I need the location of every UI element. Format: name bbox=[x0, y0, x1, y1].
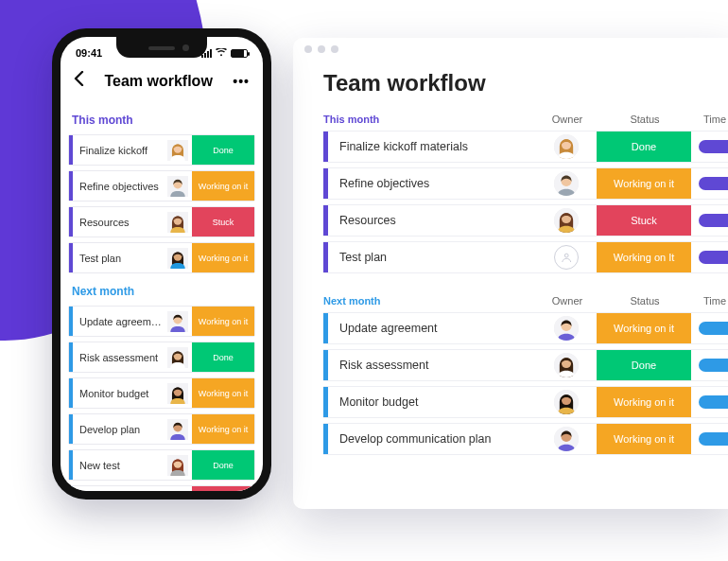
item-label: Develop communication plan bbox=[328, 432, 536, 446]
wifi-icon bbox=[216, 48, 227, 59]
back-icon[interactable] bbox=[74, 71, 84, 91]
status-chip[interactable]: Working on It bbox=[597, 242, 691, 272]
timeline-cell[interactable] bbox=[691, 395, 728, 409]
status-chip[interactable]: Working on it bbox=[597, 168, 691, 199]
battery-icon bbox=[231, 49, 248, 58]
table-row[interactable]: Monitor budgetWorking on it bbox=[323, 386, 728, 418]
window-dot-icon bbox=[331, 45, 338, 53]
item-label: Risk assessment bbox=[328, 359, 536, 372]
owner-cell[interactable] bbox=[536, 171, 597, 196]
table-row[interactable]: Risk assessmentDone bbox=[323, 349, 728, 381]
status-chip[interactable]: Working on it bbox=[192, 243, 254, 272]
item-label: Monitor budget bbox=[73, 388, 164, 399]
owner-avatar[interactable] bbox=[554, 208, 579, 233]
owner-avatar[interactable] bbox=[554, 316, 579, 341]
owner-avatar[interactable] bbox=[554, 390, 579, 414]
table-row[interactable]: Finalize kickoff materialsDone bbox=[323, 131, 728, 163]
owner-cell[interactable] bbox=[536, 390, 597, 414]
status-chip[interactable]: Done bbox=[192, 450, 254, 480]
table-row[interactable]: ResourcesStuck bbox=[323, 204, 728, 237]
section-header[interactable]: Next month bbox=[68, 281, 255, 306]
owner-avatar[interactable] bbox=[167, 347, 188, 368]
item-label: Finalize kickoff materials bbox=[328, 140, 536, 153]
owner-avatar[interactable] bbox=[167, 311, 188, 332]
status-chip[interactable]: Working on it bbox=[597, 424, 691, 454]
timeline-pill bbox=[699, 140, 728, 153]
desktop-window: Team workflow This monthOwnerStatusTimeF… bbox=[293, 38, 728, 509]
owner-avatar[interactable] bbox=[167, 140, 188, 161]
owner-avatar[interactable] bbox=[167, 455, 188, 476]
status-chip[interactable]: Working on it bbox=[597, 313, 691, 343]
owner-avatar[interactable] bbox=[554, 353, 579, 377]
timeline-pill bbox=[699, 322, 728, 335]
timeline-pill bbox=[699, 395, 728, 409]
owner-avatar[interactable] bbox=[167, 212, 188, 233]
list-item[interactable]: Develop planWorking on it bbox=[68, 413, 255, 445]
status-chip[interactable]: Stuck bbox=[192, 486, 254, 491]
list-item[interactable]: Finalize kickoffDone bbox=[68, 134, 255, 166]
status-chip[interactable]: Working on it bbox=[192, 307, 254, 336]
timeline-cell[interactable] bbox=[691, 214, 728, 227]
status-chip[interactable]: Working on it bbox=[192, 414, 254, 444]
more-icon[interactable]: ••• bbox=[233, 74, 250, 89]
owner-cell[interactable] bbox=[536, 134, 597, 159]
timeline-cell[interactable] bbox=[691, 432, 728, 446]
table-row[interactable]: Develop communication planWorking on it bbox=[323, 423, 728, 455]
status-chip[interactable]: Working on it bbox=[597, 387, 691, 417]
list-item[interactable]: New testDone bbox=[68, 449, 255, 481]
list-item[interactable]: Test planWorking on it bbox=[68, 242, 255, 273]
table-row[interactable]: Refine objectivesWorking on it bbox=[323, 167, 728, 200]
owner-avatar[interactable] bbox=[167, 419, 188, 440]
list-item[interactable]: Monitor budgetWorking on it bbox=[68, 377, 255, 409]
owner-cell[interactable] bbox=[536, 427, 597, 451]
item-label: Test plan bbox=[73, 253, 164, 264]
col-status: Status bbox=[598, 295, 692, 307]
status-chip[interactable]: Done bbox=[192, 135, 254, 165]
phone-list[interactable]: This monthFinalize kickoffDoneRefine obj… bbox=[61, 102, 263, 491]
owner-cell[interactable] bbox=[536, 245, 597, 270]
status-chip[interactable]: Done bbox=[597, 131, 691, 162]
owner-avatar[interactable] bbox=[554, 134, 579, 159]
list-item[interactable]: Kickoff budgetStuck bbox=[68, 485, 255, 491]
section-header[interactable]: Next month bbox=[323, 295, 537, 307]
status-chip[interactable]: Stuck bbox=[597, 205, 691, 236]
owner-avatar[interactable] bbox=[554, 245, 579, 270]
section-header[interactable]: This month bbox=[323, 114, 537, 125]
timeline-cell[interactable] bbox=[691, 177, 728, 190]
owner-cell[interactable] bbox=[536, 316, 597, 341]
column-header-row: Next monthOwnerStatusTime bbox=[323, 295, 728, 307]
section-header[interactable]: This month bbox=[68, 110, 255, 134]
desktop-content: Team workflow This monthOwnerStatusTimeF… bbox=[293, 61, 728, 477]
list-item[interactable]: Risk assessmentDone bbox=[68, 342, 255, 373]
owner-avatar[interactable] bbox=[167, 383, 188, 404]
status-chip[interactable]: Working on it bbox=[192, 378, 254, 408]
item-label: Resources bbox=[328, 214, 536, 227]
desktop-list[interactable]: This monthOwnerStatusTimeFinalize kickof… bbox=[323, 114, 728, 477]
owner-cell[interactable] bbox=[536, 208, 597, 233]
status-chip[interactable]: Working on it bbox=[192, 171, 254, 201]
item-label: Refine objectives bbox=[328, 177, 536, 190]
owner-avatar[interactable] bbox=[554, 427, 579, 451]
table-row[interactable]: Test planWorking on It bbox=[323, 241, 728, 273]
list-item[interactable]: ResourcesStuck bbox=[68, 206, 255, 237]
owner-avatar[interactable] bbox=[554, 171, 579, 196]
owner-avatar[interactable] bbox=[167, 248, 188, 269]
timeline-cell[interactable] bbox=[691, 251, 728, 264]
table-row[interactable]: Update agreementWorking on it bbox=[323, 312, 728, 344]
owner-avatar[interactable] bbox=[167, 176, 188, 197]
timeline-cell[interactable] bbox=[691, 140, 728, 153]
list-item[interactable]: Refine objectivesWorking on it bbox=[68, 170, 255, 202]
status-chip[interactable]: Stuck bbox=[192, 207, 254, 237]
item-label: Update agreement bbox=[73, 316, 164, 327]
timeline-pill bbox=[699, 214, 728, 227]
list-item[interactable]: Update agreementWorking on it bbox=[68, 306, 255, 337]
status-chip[interactable]: Done bbox=[192, 342, 254, 372]
timeline-pill bbox=[699, 177, 728, 190]
owner-cell[interactable] bbox=[536, 353, 597, 377]
col-time: Time bbox=[692, 114, 728, 125]
status-chip[interactable]: Done bbox=[597, 350, 691, 380]
owner-avatar[interactable] bbox=[167, 491, 188, 492]
timeline-cell[interactable] bbox=[691, 359, 728, 372]
column-header-row: This monthOwnerStatusTime bbox=[323, 114, 728, 125]
timeline-cell[interactable] bbox=[691, 322, 728, 335]
